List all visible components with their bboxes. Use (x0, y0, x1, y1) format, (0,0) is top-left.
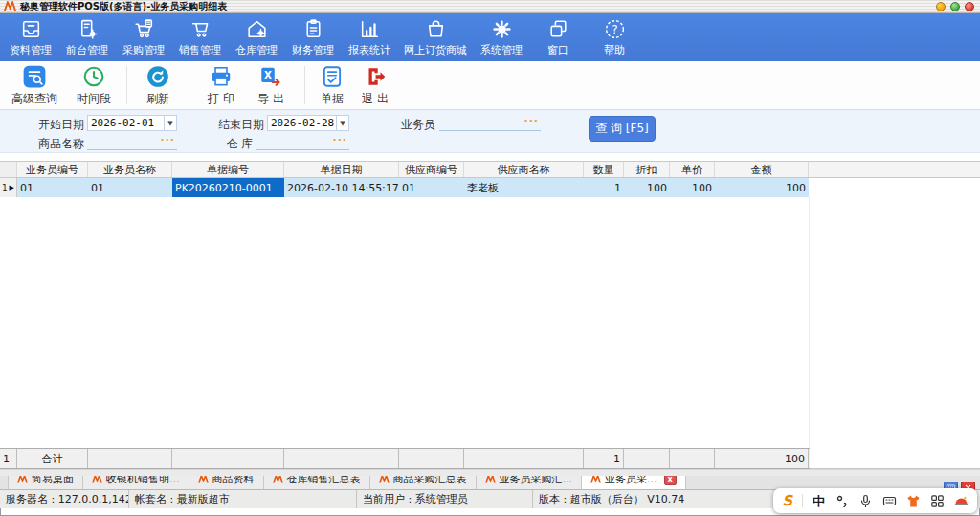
menu-system[interactable]: 系统管理 (474, 15, 529, 59)
footer-empty-cell (88, 449, 172, 468)
maximize-button[interactable] (950, 2, 960, 11)
footer-total-label: 合计 (17, 449, 88, 468)
punctuation-icon[interactable] (835, 494, 849, 508)
print-button[interactable]: 打 印 (197, 63, 245, 107)
ime-separator (802, 494, 803, 507)
menu-label: 财务管理 (292, 43, 334, 57)
cell-supplier-code[interactable]: 01 (399, 178, 464, 197)
menu-label: 窗口 (547, 43, 568, 57)
column-header[interactable]: 单据编号 (172, 162, 284, 177)
app-logo-icon (17, 475, 28, 483)
column-header[interactable]: 供应商名称 (464, 162, 584, 177)
ime-toolbar: S 中 (773, 488, 977, 513)
start-date-combobox[interactable]: 2026-02-01 ▼ (87, 115, 177, 131)
menu-online-mall[interactable]: 网上订货商城 (398, 15, 473, 59)
cell-supplier-name[interactable]: 李老板 (464, 178, 584, 197)
chevron-down-icon[interactable]: ▼ (164, 116, 176, 130)
refresh-icon (145, 64, 170, 89)
column-header[interactable]: 业务员名称 (88, 162, 172, 177)
toolbar-label: 导 出 (257, 91, 284, 107)
emoji-half-circle-icon[interactable] (954, 494, 969, 508)
menu-purchase[interactable]: 采购管理 (116, 15, 171, 59)
row-selector[interactable]: 1 ▶ (0, 178, 17, 197)
toolbar-label: 单据 (321, 91, 344, 107)
menu-label: 资料管理 (10, 43, 52, 57)
cell-salesman-code[interactable]: 01 (17, 178, 88, 197)
cell-quantity[interactable]: 1 (584, 178, 624, 197)
table-row[interactable]: 1 ▶ 01 01 PK20260210-0001 2026-02-10 14:… (0, 178, 809, 197)
horizontal-scrollbar[interactable] (0, 469, 980, 476)
windows-icon (546, 17, 570, 41)
toolbar-label: 时间段 (77, 91, 111, 107)
clock-icon (81, 64, 106, 89)
column-header[interactable]: 数量 (584, 162, 624, 177)
app-logo-icon (590, 475, 601, 483)
mic-icon[interactable] (858, 494, 873, 508)
app-logo-icon (4, 1, 16, 11)
menu-warehouse[interactable]: 仓库管理 (229, 15, 284, 59)
menu-label: 帮助 (604, 43, 625, 57)
cell-amount[interactable]: 100 (715, 178, 809, 197)
purchase-cart-icon (132, 17, 156, 41)
toolbox-grid-icon[interactable] (930, 494, 945, 508)
column-header[interactable]: 供应商编号 (399, 162, 464, 177)
ime-mode-chinese[interactable]: 中 (813, 495, 825, 507)
menu-sales[interactable]: 销售管理 (172, 15, 228, 59)
menu-data-management[interactable]: 资料管理 (3, 15, 58, 59)
system-gear-icon (490, 17, 514, 41)
warehouse-input[interactable]: ··· (256, 135, 349, 150)
column-header[interactable]: 折扣 (624, 162, 670, 177)
row-selector-header (0, 162, 17, 177)
cell-voucher-date[interactable]: 2026-02-10 14:55:17 (284, 178, 399, 197)
app-window: 秘奥管理软件POS版(多语言)-业务员采购明细表 资料管理 前台管理 (0, 0, 980, 516)
chevron-down-icon[interactable]: ▼ (336, 116, 348, 130)
footer-empty-cell (624, 449, 670, 468)
voucher-check-icon (320, 64, 345, 89)
menu-help[interactable]: ? 帮助 (587, 15, 642, 59)
footer-empty-cell (670, 449, 715, 468)
product-lookup-button[interactable]: ··· (160, 135, 175, 146)
skin-shirt-icon[interactable] (906, 494, 921, 508)
row-pointer-icon: ▶ (10, 184, 14, 191)
ime-logo-icon[interactable]: S (782, 494, 792, 508)
cell-discount[interactable]: 100 (624, 178, 670, 197)
footer-empty-cell (172, 449, 284, 468)
cell-unit-price[interactable]: 100 (670, 178, 715, 197)
menu-label: 采购管理 (122, 43, 165, 57)
cell-salesman-name[interactable]: 01 (88, 178, 172, 197)
menu-label: 网上订货商城 (404, 43, 467, 57)
warehouse-lookup-button[interactable]: ··· (332, 135, 347, 146)
row-index: 1 (2, 183, 8, 192)
column-header[interactable]: 金额 (715, 162, 809, 177)
menu-window[interactable]: 窗口 (530, 15, 586, 59)
app-logo-icon (92, 475, 102, 483)
grid-footer-row: 1 合计 1 100 (0, 448, 810, 469)
status-account: 帐套名 : 最新版超市 (129, 490, 357, 508)
close-button[interactable] (965, 2, 974, 11)
time-range-button[interactable]: 时间段 (67, 63, 121, 107)
titlebar: 秘奥管理软件POS版(多语言)-业务员采购明细表 (0, 0, 980, 13)
end-date-combobox[interactable]: 2026-02-28 ▼ (267, 115, 349, 131)
status-server: 服务器名 : 127.0.0.1,1422 (0, 490, 129, 508)
menu-front-desk[interactable]: 前台管理 (59, 15, 115, 59)
menu-finance[interactable]: 财务管理 (285, 15, 341, 59)
query-f5-button[interactable]: 查 询 [F5] (589, 116, 656, 142)
results-grid: 业务员编号 业务员名称 单据编号 单据日期 供应商编号 供应商名称 数量 折扣 … (0, 153, 980, 468)
column-header[interactable]: 单价 (670, 162, 715, 177)
keyboard-icon[interactable] (882, 494, 897, 508)
salesman-lookup-button[interactable]: ··· (523, 116, 539, 127)
column-header[interactable]: 单据日期 (284, 162, 399, 177)
export-button[interactable]: X 导 出 (247, 63, 295, 107)
exit-button[interactable]: 退 出 (353, 63, 397, 107)
minimize-button[interactable] (936, 2, 946, 11)
advanced-query-button[interactable]: 高级查询 (4, 63, 65, 107)
end-date-value: 2026-02-28 (268, 117, 336, 129)
cell-voucher-no-selected[interactable]: PK20260210-0001 (172, 178, 284, 197)
menu-reports[interactable]: 报表统计 (342, 15, 397, 59)
product-name-input[interactable]: ··· (87, 135, 177, 150)
refresh-button[interactable]: 刷新 (133, 63, 183, 107)
salesman-input[interactable]: ··· (439, 116, 541, 131)
voucher-button[interactable]: 单据 (313, 63, 351, 107)
column-header[interactable]: 业务员编号 (17, 162, 88, 177)
pos-terminal-icon (76, 17, 100, 41)
